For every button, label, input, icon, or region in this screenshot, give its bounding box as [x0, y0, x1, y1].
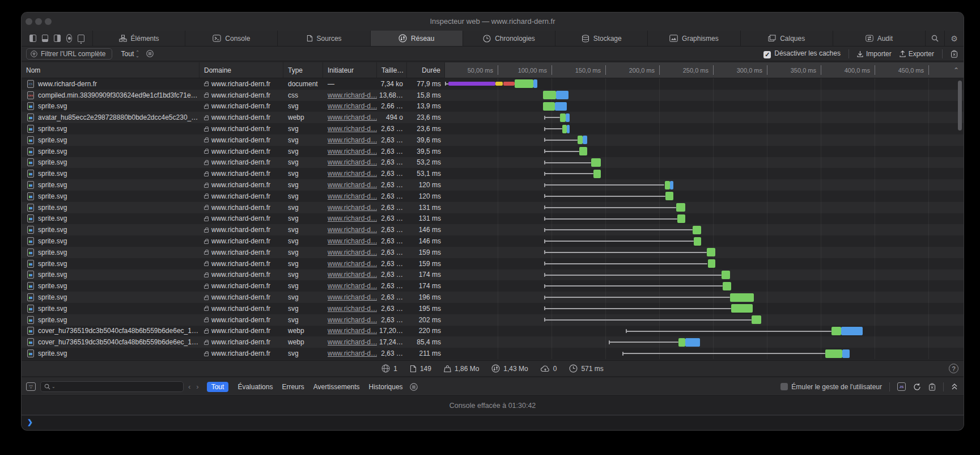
initiator-link[interactable]: www.richard-d… [328, 158, 377, 166]
tab-elements[interactable]: Éléments [92, 31, 185, 46]
table-row[interactable]: sprite.svgwww.richard-dern.frsvgwww.rich… [22, 191, 964, 202]
gear-icon[interactable]: ⚙ [944, 31, 964, 46]
column-header-domain[interactable]: Domaine [200, 62, 283, 78]
table-row[interactable]: sprite.svgwww.richard-dern.frsvgwww.rich… [22, 213, 964, 225]
tab-graphismes[interactable]: Graphismes [647, 31, 740, 46]
initiator-link[interactable]: www.richard-d… [328, 125, 377, 133]
initiator-link[interactable]: www.richard-d… [328, 316, 377, 324]
initiator-link[interactable]: www.richard-d… [328, 102, 377, 110]
image-file-icon [27, 226, 34, 234]
export-button[interactable]: Exporter [900, 50, 934, 58]
initiator-link[interactable]: www.richard-d… [328, 282, 377, 290]
initiator-link[interactable]: www.richard-d… [328, 91, 377, 99]
table-row[interactable]: sprite.svgwww.richard-dern.frsvgwww.rich… [22, 247, 964, 258]
table-row[interactable]: sprite.svgwww.richard-dern.frsvgwww.rich… [22, 280, 964, 292]
table-row[interactable]: csscompiled.min.38390909f303624ed9e1cf1b… [22, 90, 964, 101]
column-header-type[interactable]: Type [283, 62, 323, 78]
table-row[interactable]: sprite.svgwww.richard-dern.frsvgwww.rich… [22, 168, 964, 179]
tab-stockage[interactable]: Stockage [555, 31, 647, 46]
table-row[interactable]: sprite.svgwww.richard-dern.frsvgwww.rich… [22, 303, 964, 314]
initiator-link[interactable]: www.richard-d… [328, 148, 377, 155]
column-header-initiator[interactable]: Initiateur [323, 62, 377, 78]
initiator-link[interactable]: www.richard-d… [328, 271, 377, 279]
clear-network-trash-icon[interactable] [951, 50, 958, 58]
initiator-link[interactable]: www.richard-d… [328, 226, 377, 234]
initiator-link[interactable]: www.richard-d… [328, 260, 377, 268]
initiator-link[interactable]: www.richard-d… [328, 204, 377, 212]
initiator-link[interactable]: www.richard-d… [328, 293, 377, 301]
initiator-link[interactable]: www.richard-d… [328, 214, 377, 222]
table-row[interactable]: sprite.svgwww.richard-dern.frsvgwww.rich… [22, 179, 964, 191]
tab-chronologies[interactable]: Chronologies [463, 31, 555, 46]
dock-bottom-icon[interactable] [42, 35, 49, 42]
initiator-link[interactable]: www.richard-d… [328, 136, 377, 144]
scrollbar-thumb[interactable] [958, 81, 962, 130]
table-row[interactable]: sprite.svgwww.richard-dern.frsvgwww.rich… [22, 314, 964, 326]
resource-type-select[interactable]: Tout ⌃⌃ [121, 50, 139, 58]
table-row[interactable]: sprite.svgwww.richard-dern.frsvgwww.rich… [22, 157, 964, 168]
initiator-link[interactable]: www.richard-d… [328, 305, 377, 313]
console-scope-historiques[interactable]: Historiques [369, 383, 403, 391]
initiator-link[interactable]: www.richard-d… [328, 170, 377, 178]
table-row[interactable]: sprite.svgwww.richard-dern.frsvgwww.rich… [22, 348, 964, 359]
console-filter-options-icon[interactable] [410, 383, 418, 391]
console-scope-avertissements[interactable]: Avertissements [313, 383, 360, 391]
table-row[interactable]: cover_hu736519dc3b5040cfa48b6b559b6de6ec… [22, 336, 964, 348]
clear-console-trash-icon[interactable] [928, 383, 936, 391]
tab-calques[interactable]: Calques [740, 31, 833, 46]
initiator-link[interactable]: www.richard-d… [328, 248, 377, 256]
import-button[interactable]: Importer [857, 50, 892, 58]
table-row[interactable]: sprite.svgwww.richard-dern.frsvgwww.rich… [22, 202, 964, 213]
table-scrollbar[interactable] [957, 78, 962, 359]
initiator-link[interactable]: www.richard-d… [328, 113, 377, 121]
column-header-name[interactable]: Nom [22, 62, 200, 78]
document-icon [410, 365, 417, 373]
console-scope-erreurs[interactable]: Erreurs [282, 383, 304, 391]
console-scope-evaluations[interactable]: Évaluations [237, 383, 273, 391]
dock-left-icon[interactable] [29, 35, 36, 42]
console-scope-tout[interactable]: Tout [207, 382, 229, 392]
resource-type: svg [283, 269, 323, 281]
initiator-link[interactable]: www.richard-d… [328, 237, 377, 245]
search-icon[interactable] [925, 31, 944, 46]
help-button[interactable]: ? [949, 364, 958, 373]
element-picker-icon[interactable] [66, 34, 72, 43]
dock-right-icon[interactable] [54, 35, 61, 42]
console-prompt-area[interactable]: ❯ [22, 416, 964, 430]
show-javascript-icon[interactable]: JS [897, 382, 906, 391]
reload-icon[interactable] [913, 383, 921, 391]
initiator-link[interactable]: www.richard-d… [328, 327, 377, 335]
url-filter-button[interactable]: Filtrer l'URL complète [26, 48, 112, 60]
table-row[interactable]: sprite.svgwww.richard-dern.frsvgwww.rich… [22, 258, 964, 269]
table-row[interactable]: sprite.svgwww.richard-dern.frsvgwww.rich… [22, 134, 964, 146]
table-row[interactable]: avatar_hu85ecc2e298728880b0bde2dcc4e5c23… [22, 112, 964, 123]
next-result-button[interactable]: › [196, 382, 198, 391]
table-row[interactable]: sprite.svgwww.richard-dern.frsvgwww.rich… [22, 292, 964, 303]
table-row[interactable]: sprite.svgwww.richard-dern.frsvgwww.rich… [22, 224, 964, 235]
table-row[interactable]: sprite.svgwww.richard-dern.frsvgwww.rich… [22, 123, 964, 134]
table-row[interactable]: <>www.richard-dern.frwww.richard-dern.fr… [22, 78, 964, 90]
table-row[interactable]: sprite.svgwww.richard-dern.frsvgwww.rich… [22, 269, 964, 281]
table-row[interactable]: cover_hu736519dc3b5040cfa48b6b559b6de6ec… [22, 326, 964, 337]
emulate-user-gesture-checkbox[interactable]: Émuler le geste de l'utilisateur [780, 383, 882, 391]
initiator-link[interactable]: www.richard-d… [328, 349, 377, 357]
tab-sources[interactable]: Sources [277, 31, 370, 46]
device-settings-icon[interactable] [78, 35, 84, 42]
expand-console-chevrons-icon[interactable] [951, 383, 958, 390]
previous-result-button[interactable]: ‹ [188, 382, 190, 391]
tab-console[interactable]: Console [185, 31, 277, 46]
initiator-link[interactable]: www.richard-d… [328, 181, 377, 189]
console-scope-icon[interactable]: ▽ [26, 382, 36, 391]
console-search-input[interactable]: ⌄ [40, 381, 184, 392]
initiator-link[interactable]: www.richard-d… [328, 338, 377, 346]
column-header-size[interactable]: Taille… [377, 62, 407, 78]
tab-audit[interactable]: Audit [833, 31, 925, 46]
table-row[interactable]: sprite.svgwww.richard-dern.frsvgwww.rich… [22, 146, 964, 157]
tab-reseau[interactable]: Réseau [370, 31, 463, 46]
collapse-timeline-icon[interactable]: ⌃ [953, 62, 959, 78]
filter-options-icon[interactable] [146, 50, 154, 57]
disable-caches-checkbox[interactable]: ✓Désactiver les caches [763, 49, 841, 58]
table-row[interactable]: sprite.svgwww.richard-dern.frsvgwww.rich… [22, 235, 964, 247]
initiator-link[interactable]: www.richard-d… [328, 192, 377, 200]
table-row[interactable]: sprite.svgwww.richard-dern.frsvgwww.rich… [22, 101, 964, 112]
